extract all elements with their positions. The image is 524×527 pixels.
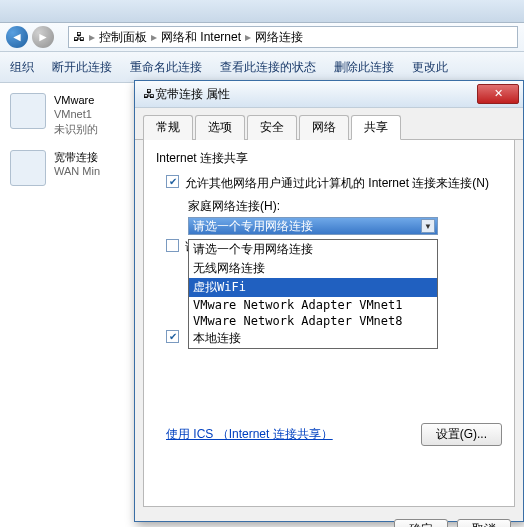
window-taskbar bbox=[0, 0, 524, 23]
ok-button[interactable]: 确定 bbox=[394, 519, 448, 527]
crumb-1[interactable]: 网络和 Internet bbox=[161, 29, 241, 46]
dropdown-item[interactable]: VMware Network Adapter VMnet8 bbox=[189, 313, 437, 329]
tab-panel-sharing: Internet 连接共享 允许其他网络用户通过此计算机的 Internet 连… bbox=[143, 140, 515, 507]
cancel-button[interactable]: 取消 bbox=[457, 519, 511, 527]
dropdown-item[interactable]: 本地连接 bbox=[189, 329, 437, 348]
adapter-line2: VMnet1 bbox=[54, 107, 98, 121]
rename-button[interactable]: 重命名此连接 bbox=[130, 59, 202, 76]
dropdown-item[interactable]: VMware Network Adapter VMnet1 bbox=[189, 297, 437, 313]
network-adapter-icon bbox=[10, 93, 46, 129]
checkbox-icon[interactable] bbox=[166, 175, 179, 188]
close-button[interactable]: ✕ bbox=[477, 84, 519, 104]
ics-help-link[interactable]: 使用 ICS （Internet 连接共享） bbox=[166, 426, 333, 443]
settings-button[interactable]: 设置(G)... bbox=[421, 423, 502, 446]
tab-general[interactable]: 常规 bbox=[143, 115, 193, 140]
combo-value: 请选一个专用网络连接 bbox=[193, 218, 313, 235]
properties-dialog: 🖧 宽带连接 属性 ✕ 常规 选项 安全 网络 共享 Internet 连接共享… bbox=[134, 80, 524, 522]
dialog-button-row: 确定 取消 bbox=[135, 515, 523, 527]
allow-sharing-option[interactable]: 允许其他网络用户通过此计算机的 Internet 连接来连接(N) bbox=[166, 175, 502, 192]
forward-button[interactable]: ► bbox=[32, 26, 54, 48]
tab-options[interactable]: 选项 bbox=[195, 115, 245, 140]
network-adapter-icon bbox=[10, 150, 46, 186]
home-network-combo[interactable]: 请选一个专用网络连接 ▼ bbox=[188, 217, 438, 235]
network-icon: 🖧 bbox=[143, 87, 155, 101]
dropdown-item[interactable]: 无线网络连接 bbox=[189, 259, 437, 278]
disconnect-button[interactable]: 断开此连接 bbox=[52, 59, 112, 76]
tab-sharing[interactable]: 共享 bbox=[351, 115, 401, 140]
status-button[interactable]: 查看此连接的状态 bbox=[220, 59, 316, 76]
dropdown-item[interactable]: 请选一个专用网络连接 bbox=[189, 240, 437, 259]
checkbox-icon[interactable] bbox=[166, 239, 179, 252]
tab-security[interactable]: 安全 bbox=[247, 115, 297, 140]
folder-icon: 🖧 bbox=[73, 30, 85, 44]
home-network-label: 家庭网络连接(H): bbox=[188, 198, 502, 215]
chevron-down-icon[interactable]: ▼ bbox=[421, 219, 435, 233]
back-button[interactable]: ◄ bbox=[6, 26, 28, 48]
home-network-dropdown[interactable]: 请选一个专用网络连接 无线网络连接 虚拟WiFi VMware Network … bbox=[188, 239, 438, 349]
crumb-2[interactable]: 网络连接 bbox=[255, 29, 303, 46]
address-bar: ◄ ► 🖧 ▸ 控制面板 ▸ 网络和 Internet ▸ 网络连接 bbox=[0, 23, 524, 52]
adapter-title: VMware bbox=[54, 93, 98, 107]
dropdown-item-highlighted[interactable]: 虚拟WiFi bbox=[189, 278, 437, 297]
dialog-title: 宽带连接 属性 bbox=[155, 86, 477, 103]
adapter-item-vmnet1[interactable]: VMware VMnet1 未识别的 bbox=[10, 93, 130, 136]
adapter-line3: WAN Min bbox=[54, 164, 100, 178]
tab-strip: 常规 选项 安全 网络 共享 bbox=[135, 108, 523, 140]
adapter-line3: 未识别的 bbox=[54, 122, 98, 136]
change-button[interactable]: 更改此 bbox=[412, 59, 448, 76]
dialog-titlebar[interactable]: 🖧 宽带连接 属性 ✕ bbox=[135, 81, 523, 108]
crumb-0[interactable]: 控制面板 bbox=[99, 29, 147, 46]
group-label: Internet 连接共享 bbox=[156, 150, 502, 167]
delete-button[interactable]: 删除此连接 bbox=[334, 59, 394, 76]
command-bar: 组织 断开此连接 重命名此连接 查看此连接的状态 删除此连接 更改此 bbox=[0, 52, 524, 83]
checkbox-icon[interactable] bbox=[166, 330, 179, 343]
tab-network[interactable]: 网络 bbox=[299, 115, 349, 140]
allow-sharing-label: 允许其他网络用户通过此计算机的 Internet 连接来连接(N) bbox=[185, 175, 489, 192]
adapter-item-broadband[interactable]: 宽带连接 WAN Min bbox=[10, 150, 130, 186]
adapter-title: 宽带连接 bbox=[54, 150, 100, 164]
organize-menu[interactable]: 组织 bbox=[10, 59, 34, 76]
breadcrumb[interactable]: 🖧 ▸ 控制面板 ▸ 网络和 Internet ▸ 网络连接 bbox=[68, 26, 518, 48]
